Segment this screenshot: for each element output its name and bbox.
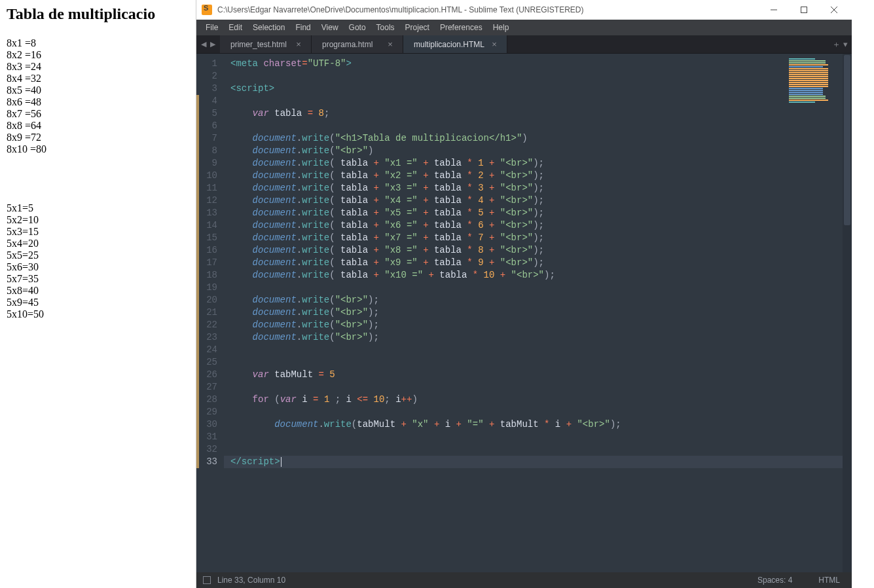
output-line: 8x7 =56 — [7, 108, 190, 120]
vertical-scrollbar[interactable] — [843, 54, 852, 572]
menu-find[interactable]: Find — [290, 20, 316, 35]
code-content[interactable]: <meta charset="UTF-8"> <script> var tabl… — [224, 54, 852, 572]
tab-multiplicacion-html[interactable]: multiplicacion.HTML× — [403, 35, 507, 53]
tab-dropdown-icon[interactable]: ▾ — [843, 39, 848, 49]
output-line: 5x1=5 — [7, 202, 190, 214]
statusbar: Line 33, Column 10 Spaces: 4 HTML — [196, 572, 852, 588]
output-line: 8x1 =8 — [7, 37, 190, 49]
minimize-button[interactable] — [759, 0, 789, 20]
menu-view[interactable]: View — [316, 20, 344, 35]
output-line: 5x3=15 — [7, 226, 190, 238]
tabs-row: ◀ ▶ primer_test.html×programa.html×multi… — [196, 35, 852, 54]
line-number-gutter: 1234567891011121314151617181920212223242… — [199, 54, 224, 572]
tab-close-icon[interactable]: × — [386, 39, 395, 49]
svg-rect-1 — [801, 7, 807, 13]
panel-toggle-icon[interactable] — [203, 576, 211, 584]
sublime-window: C:\Users\Edgar Navarrete\OneDrive\Docume… — [196, 0, 852, 588]
tab-history-forward-icon[interactable]: ▶ — [208, 40, 217, 48]
indentation-indicator[interactable]: Spaces: 4 — [757, 576, 792, 585]
window-title: C:\Users\Edgar Navarrete\OneDrive\Docume… — [217, 5, 759, 14]
maximize-button[interactable] — [789, 0, 819, 20]
menu-preferences[interactable]: Preferences — [435, 20, 488, 35]
tab-label: multiplicacion.HTML — [414, 40, 484, 49]
minimap[interactable] — [789, 58, 841, 117]
output-line: 5x2=10 — [7, 214, 190, 226]
output-line: 8x3 =24 — [7, 61, 190, 73]
output-line: 5x7=35 — [7, 273, 190, 285]
sublime-app-icon — [202, 5, 212, 15]
menu-edit[interactable]: Edit — [223, 20, 247, 35]
syntax-indicator[interactable]: HTML — [818, 576, 840, 585]
output-line: 5x5=25 — [7, 249, 190, 261]
menubar: FileEditSelectionFindViewGotoToolsProjec… — [196, 20, 852, 35]
titlebar[interactable]: C:\Users\Edgar Navarrete\OneDrive\Docume… — [196, 0, 852, 20]
output-line: 8x9 =72 — [7, 132, 190, 143]
tab-primer-test-html[interactable]: primer_test.html× — [220, 35, 312, 53]
output-line: 8x6 =48 — [7, 96, 190, 108]
output-line: 8x4 =32 — [7, 73, 190, 84]
menu-goto[interactable]: Goto — [344, 20, 371, 35]
output-line: 5x10=50 — [7, 308, 190, 320]
menu-project[interactable]: Project — [400, 20, 435, 35]
output-line: 5x8=40 — [7, 285, 190, 297]
menu-help[interactable]: Help — [488, 20, 515, 35]
output-line: 8x8 =64 — [7, 120, 190, 132]
output-line: 8x10 =80 — [7, 143, 190, 155]
tab-close-icon[interactable]: × — [294, 39, 303, 49]
tab-close-icon[interactable]: × — [490, 39, 499, 49]
tab-programa-html[interactable]: programa.html× — [312, 35, 403, 53]
menu-selection[interactable]: Selection — [247, 20, 290, 35]
cursor-position[interactable]: Line 33, Column 10 — [217, 576, 285, 585]
menu-tools[interactable]: Tools — [371, 20, 400, 35]
output-line: 5x4=20 — [7, 238, 190, 249]
browser-output: Tabla de multiplicacio 8x1 =88x2 =168x3 … — [0, 0, 196, 325]
new-tab-icon[interactable]: ＋ — [832, 39, 841, 50]
output-line: 5x6=30 — [7, 261, 190, 273]
tab-history-back-icon[interactable]: ◀ — [199, 40, 208, 48]
output-line: 8x5 =40 — [7, 84, 190, 96]
output-line: 5x9=45 — [7, 297, 190, 308]
editor-area[interactable]: 1234567891011121314151617181920212223242… — [196, 54, 852, 572]
page-title: Tabla de multiplicacio — [7, 5, 190, 23]
menu-file[interactable]: File — [200, 20, 223, 35]
tab-label: primer_test.html — [230, 40, 287, 49]
output-line: 8x2 =16 — [7, 49, 190, 61]
close-button[interactable] — [819, 0, 849, 20]
tab-label: programa.html — [322, 40, 373, 49]
